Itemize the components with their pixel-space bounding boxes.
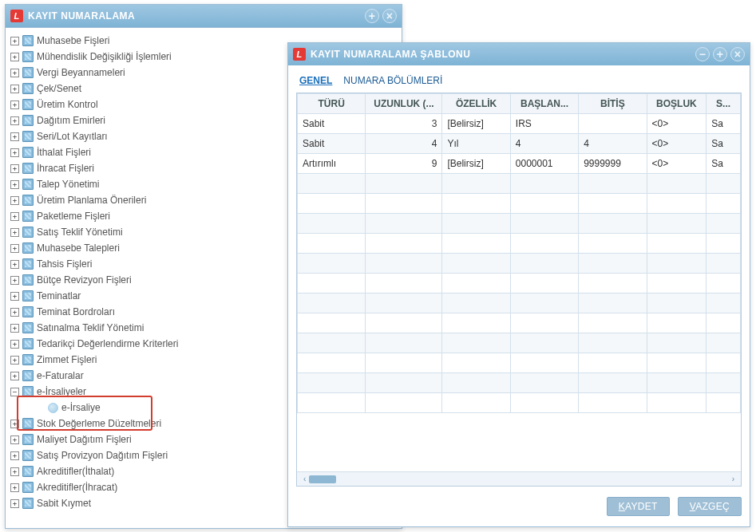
grid-cell[interactable]: 9999999 — [579, 154, 647, 174]
grid-cell[interactable] — [298, 333, 366, 353]
grid-cell[interactable] — [510, 234, 578, 254]
grid-cell[interactable] — [442, 373, 510, 393]
expand-icon[interactable]: + — [10, 228, 19, 237]
grid-cell[interactable]: <0> — [647, 114, 707, 134]
close-icon[interactable]: × — [730, 47, 745, 61]
column-header[interactable]: ÖZELLİK — [442, 94, 510, 114]
grid-cell[interactable]: 0000001 — [510, 154, 578, 174]
tab-genel[interactable]: GENEL — [298, 73, 334, 88]
expand-icon[interactable]: + — [10, 420, 19, 428]
grid-cell[interactable]: Sabit — [298, 114, 366, 134]
grid-cell[interactable] — [442, 234, 510, 254]
grid-cell[interactable]: Artırımlı — [298, 154, 366, 174]
table-row-empty[interactable] — [298, 393, 741, 413]
grid-cell[interactable] — [579, 114, 647, 134]
grid-cell[interactable] — [366, 313, 442, 333]
grid-cell[interactable] — [579, 333, 647, 353]
grid-cell[interactable] — [510, 353, 578, 373]
expand-icon[interactable]: + — [10, 451, 19, 460]
grid-cell[interactable] — [442, 174, 510, 194]
expand-icon[interactable]: + — [10, 196, 19, 205]
grid-cell[interactable] — [366, 353, 442, 373]
tab-numara-b-l-mleri-[interactable]: NUMARA BÖLÜMLERİ — [342, 73, 444, 88]
grid-cell[interactable]: [Belirsiz] — [442, 154, 510, 174]
expand-icon[interactable]: + — [10, 483, 19, 492]
table-row-empty[interactable] — [298, 294, 741, 313]
table-row-empty[interactable] — [298, 353, 741, 373]
grid-cell[interactable]: IRS — [510, 114, 578, 134]
collapse-icon[interactable]: − — [10, 388, 19, 396]
grid-cell[interactable] — [707, 313, 741, 333]
table-row-empty[interactable] — [298, 274, 741, 294]
grid-cell[interactable]: 4 — [579, 134, 647, 154]
table-row-empty[interactable] — [298, 234, 741, 254]
grid-cell[interactable] — [366, 274, 442, 294]
grid-cell[interactable] — [510, 333, 578, 353]
grid-cell[interactable] — [647, 174, 707, 194]
grid-cell[interactable] — [579, 174, 647, 194]
table-row[interactable]: Sabit3[Belirsiz]IRS<0>Sa — [298, 114, 741, 134]
grid-cell[interactable] — [510, 214, 578, 234]
grid-cell[interactable] — [442, 294, 510, 313]
grid-cell[interactable]: Sa — [707, 114, 741, 134]
grid-cell[interactable] — [647, 194, 707, 214]
minimize-icon[interactable]: − — [695, 47, 710, 61]
expand-icon[interactable]: + — [10, 212, 19, 221]
expand-icon[interactable]: + — [10, 324, 19, 333]
grid-cell[interactable] — [579, 234, 647, 254]
grid-cell[interactable] — [579, 353, 647, 373]
grid-cell[interactable] — [579, 373, 647, 393]
grid-cell[interactable] — [579, 274, 647, 294]
grid-cell[interactable] — [442, 393, 510, 413]
table-row-empty[interactable] — [298, 333, 741, 353]
grid-cell[interactable] — [707, 333, 741, 353]
grid-cell[interactable]: Sabit — [298, 134, 366, 154]
grid-cell[interactable] — [647, 214, 707, 234]
column-header[interactable]: UZUNLUK (... — [366, 94, 442, 114]
cancel-button[interactable]: VAZGEÇ — [678, 497, 742, 516]
grid-cell[interactable] — [366, 254, 442, 274]
table-row[interactable]: Sabit4Yıl44<0>Sa — [298, 134, 741, 154]
grid-cell[interactable] — [366, 174, 442, 194]
grid-cell[interactable]: 4 — [510, 134, 578, 154]
grid-cell[interactable] — [707, 274, 741, 294]
grid-cell[interactable] — [510, 174, 578, 194]
grid-cell[interactable] — [647, 254, 707, 274]
grid-cell[interactable] — [298, 254, 366, 274]
grid-cell[interactable]: <0> — [647, 134, 707, 154]
grid-cell[interactable]: Sa — [707, 134, 741, 154]
grid-cell[interactable] — [366, 194, 442, 214]
grid-cell[interactable] — [366, 333, 442, 353]
close-icon[interactable]: × — [382, 9, 397, 23]
add-icon[interactable]: + — [365, 9, 379, 23]
grid-cell[interactable]: Yıl — [442, 134, 510, 154]
expand-icon[interactable]: + — [10, 292, 19, 301]
grid-cell[interactable] — [510, 313, 578, 333]
expand-icon[interactable]: + — [10, 37, 19, 45]
grid-cell[interactable] — [707, 373, 741, 393]
grid-cell[interactable] — [298, 373, 366, 393]
grid-cell[interactable] — [442, 333, 510, 353]
table-row-empty[interactable] — [298, 373, 741, 393]
horizontal-scrollbar[interactable]: ‹ › — [297, 471, 741, 486]
grid-cell[interactable]: [Belirsiz] — [442, 114, 510, 134]
expand-icon[interactable]: + — [10, 100, 19, 109]
grid-cell[interactable] — [298, 194, 366, 214]
grid-cell[interactable] — [579, 214, 647, 234]
expand-icon[interactable]: + — [10, 132, 19, 141]
table-row-empty[interactable] — [298, 313, 741, 333]
expand-icon[interactable]: + — [10, 53, 19, 61]
expand-icon[interactable]: + — [10, 467, 19, 476]
grid-cell[interactable] — [298, 274, 366, 294]
grid-cell[interactable] — [298, 294, 366, 313]
column-header[interactable]: BİTİŞ — [579, 94, 647, 114]
grid-cell[interactable] — [510, 254, 578, 274]
grid-cell[interactable] — [298, 214, 366, 234]
grid-cell[interactable] — [647, 294, 707, 313]
grid-cell[interactable] — [579, 194, 647, 214]
grid-cell[interactable] — [442, 254, 510, 274]
scroll-left-icon[interactable]: ‹ — [300, 475, 309, 483]
table-row-empty[interactable] — [298, 194, 741, 214]
grid-cell[interactable]: Sa — [707, 154, 741, 174]
grid-cell[interactable] — [579, 294, 647, 313]
